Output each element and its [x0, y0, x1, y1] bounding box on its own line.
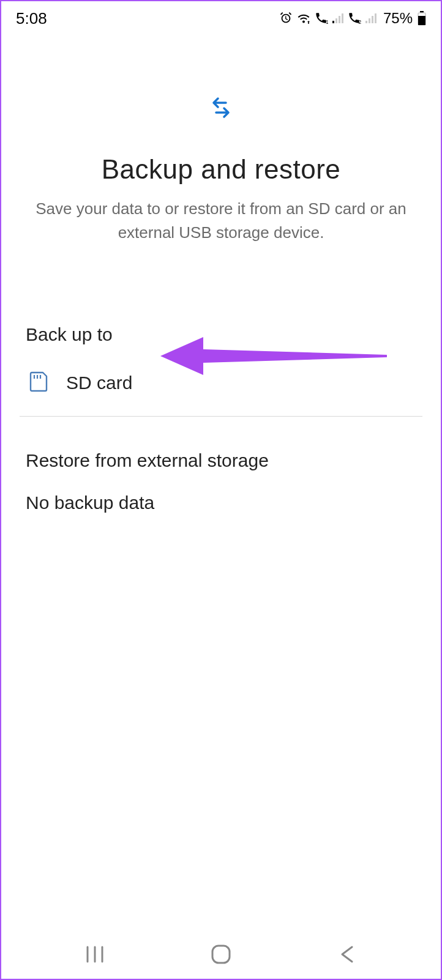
svg-rect-8	[372, 16, 373, 23]
recents-button[interactable]	[77, 936, 113, 973]
page-title: Backup and restore	[26, 154, 416, 185]
battery-percentage: 75%	[383, 10, 413, 27]
battery-icon	[418, 11, 426, 26]
wifi-icon	[296, 12, 311, 25]
svg-rect-9	[375, 13, 376, 23]
status-time: 5:08	[16, 9, 47, 28]
svg-rect-6	[365, 21, 367, 23]
restore-section-title: Restore from external storage	[26, 450, 416, 471]
svg-rect-3	[339, 16, 340, 23]
page-subtitle: Save your data to or restore it from an …	[26, 197, 416, 245]
svg-rect-12	[418, 16, 425, 25]
sd-card-item[interactable]: SD card	[26, 366, 416, 416]
svg-rect-7	[369, 18, 370, 23]
transfer-arrows-icon	[208, 94, 234, 124]
sd-card-label: SD card	[66, 373, 132, 393]
back-icon	[339, 945, 356, 964]
backup-section: Back up to SD card	[1, 324, 441, 416]
status-bar: 5:08 1 2	[1, 1, 441, 33]
call-2-icon: 2	[348, 12, 361, 25]
status-icons: 1 2 75%	[279, 10, 426, 27]
header-section: Backup and restore Save your data to or …	[1, 33, 441, 269]
signal-1-icon	[332, 12, 344, 24]
restore-section: Restore from external storage No backup …	[1, 450, 441, 513]
back-button[interactable]	[329, 936, 365, 973]
recents-icon	[85, 946, 105, 963]
home-button[interactable]	[203, 936, 239, 973]
svg-text:2: 2	[358, 20, 361, 25]
signal-2-icon	[365, 12, 377, 24]
backup-section-title: Back up to	[26, 324, 416, 345]
call-1-icon: 1	[315, 12, 328, 25]
svg-rect-4	[342, 13, 343, 23]
alarm-icon	[279, 12, 293, 25]
navigation-bar	[1, 930, 441, 979]
svg-text:1: 1	[326, 20, 328, 25]
svg-rect-2	[335, 18, 337, 23]
no-backup-text: No backup data	[26, 492, 416, 513]
home-icon	[211, 944, 231, 965]
sd-card-icon	[29, 371, 48, 395]
svg-rect-1	[332, 21, 334, 23]
divider	[20, 416, 422, 417]
svg-rect-20	[212, 946, 230, 963]
